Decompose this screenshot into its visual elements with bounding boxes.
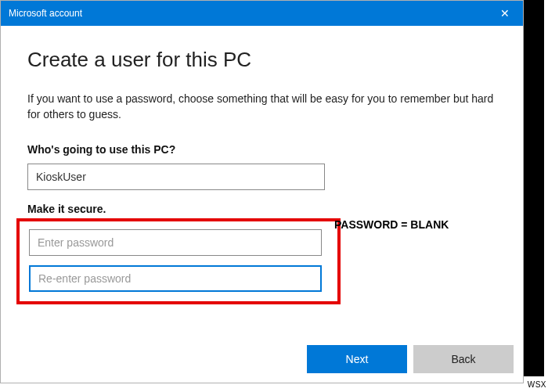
secure-label: Make it secure.: [27, 203, 496, 215]
annotation-text: PASSWORD = BLANK: [334, 218, 449, 231]
username-label: Who's going to use this PC?: [27, 143, 496, 156]
reenter-password-input[interactable]: [29, 265, 322, 292]
titlebar: Microsoft account ✕: [1, 1, 523, 26]
description-text: If you want to use a password, choose so…: [27, 91, 496, 123]
page-title: Create a user for this PC: [27, 48, 496, 72]
username-block: Who's going to use this PC?: [27, 143, 496, 190]
content-area: Create a user for this PC If you want to…: [1, 26, 523, 304]
back-button[interactable]: Back: [413, 345, 514, 373]
username-input[interactable]: [27, 164, 325, 190]
watermark-text: WSX: [528, 380, 546, 389]
button-row: Next Back: [307, 345, 514, 373]
right-black-strip: [524, 0, 544, 376]
titlebar-title: Microsoft account: [9, 8, 82, 19]
next-button[interactable]: Next: [307, 345, 407, 373]
dialog-window: Microsoft account ✕ Create a user for th…: [0, 0, 524, 383]
password-input[interactable]: [29, 229, 322, 256]
annotation-highlight-box: [16, 218, 341, 304]
close-icon[interactable]: ✕: [487, 1, 523, 26]
